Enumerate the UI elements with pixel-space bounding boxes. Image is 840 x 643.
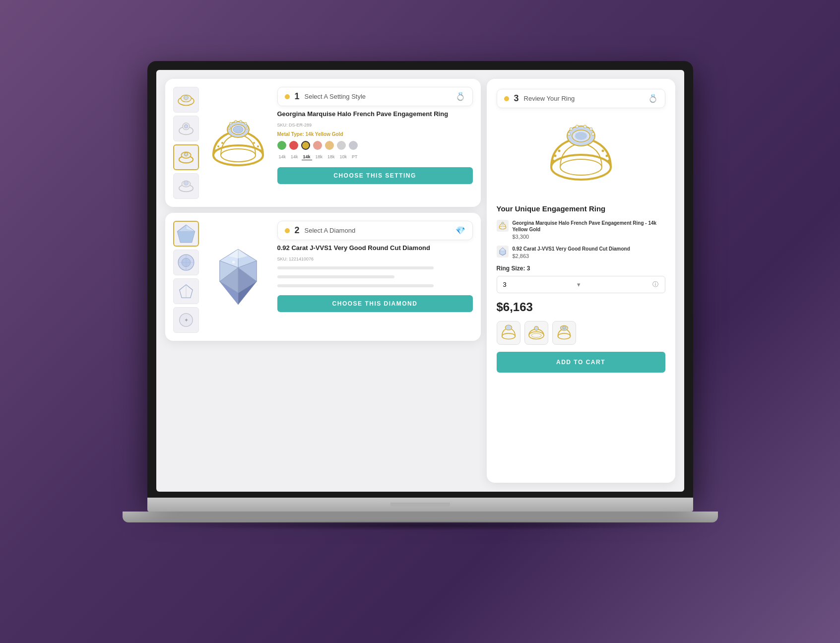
metal-opt-14k-2[interactable]: 14k — [289, 154, 300, 160]
svg-text:✦: ✦ — [184, 318, 188, 323]
setting-thumb-3[interactable] — [173, 144, 199, 170]
detail-line-2 — [277, 275, 394, 278]
swatch-green[interactable] — [277, 141, 286, 150]
review-ring-top — [541, 115, 621, 196]
svg-point-80 — [562, 326, 566, 329]
review-thumb-1[interactable] — [497, 321, 520, 345]
laptop-base — [147, 498, 693, 512]
step3-label: Review Your Ring — [524, 95, 643, 102]
setting-thumb-2[interactable] — [173, 116, 199, 141]
ring-size-info-icon[interactable]: ⓘ — [652, 280, 658, 289]
review-setting-name: Georgina Marquise Halo French Pave Engag… — [513, 220, 665, 233]
metal-options: 14k 14k 14k 18k 18k 10k PT — [277, 154, 473, 160]
ring-size-select[interactable]: 3 ▾ ⓘ — [497, 276, 665, 293]
step2-icon: 💎 — [455, 226, 465, 235]
left-panel: 1 Select A Setting Style 💍 Georgina Marq… — [165, 79, 481, 483]
screen-content: 1 Select A Setting Style 💍 Georgina Marq… — [156, 70, 684, 492]
metal-opt-14k-1[interactable]: 14k — [277, 154, 288, 160]
laptop-screen: 1 Select A Setting Style 💍 Georgina Marq… — [156, 70, 684, 492]
svg-point-57 — [607, 160, 610, 162]
diamond-thumb-1[interactable] — [173, 221, 199, 247]
svg-point-67 — [589, 128, 592, 130]
svg-point-27 — [244, 123, 247, 125]
svg-point-68 — [591, 132, 594, 135]
svg-point-78 — [558, 333, 570, 339]
diamond-card: ✦ — [165, 213, 481, 341]
add-to-cart-button[interactable]: ADD TO CART — [497, 352, 665, 373]
setting-main-image — [206, 87, 270, 199]
diamond-thumbnails: ✦ — [173, 221, 199, 333]
metal-label: Metal Type: 14k Yellow Gold — [277, 131, 473, 137]
svg-point-73 — [502, 333, 515, 339]
step3-icon: 💍 — [648, 94, 658, 103]
setting-sku: SKU: DS-ER-289 — [277, 123, 473, 128]
setting-content: 1 Select A Setting Style 💍 Georgina Marq… — [277, 87, 473, 199]
ring-size-value: 3 — [503, 281, 507, 288]
svg-point-26 — [239, 121, 242, 123]
setting-thumb-1[interactable] — [173, 87, 199, 113]
review-thumb-2[interactable] — [524, 321, 548, 345]
svg-point-16 — [221, 142, 223, 144]
diamond-thumb-4[interactable]: ✦ — [173, 307, 199, 333]
metal-opt-14k-3[interactable]: 14k — [302, 154, 312, 160]
svg-point-62 — [575, 132, 587, 140]
svg-point-23 — [228, 127, 230, 129]
diamond-sku: SKU: 1221410076 — [277, 257, 473, 261]
svg-point-70 — [501, 222, 504, 225]
step1-number: 1 — [295, 91, 300, 102]
review-panel: 3 Review Your Ring 💍 — [487, 79, 675, 483]
setting-card: 1 Select A Setting Style 💍 Georgina Marq… — [165, 79, 481, 207]
metal-opt-18k-2[interactable]: 18k — [326, 154, 336, 160]
svg-point-15 — [217, 145, 219, 147]
svg-point-53 — [560, 159, 602, 175]
step2-number: 2 — [295, 225, 300, 236]
step1-label: Select A Setting Style — [305, 93, 451, 100]
svg-point-58 — [605, 155, 608, 157]
review-diamond-price: $2,863 — [513, 253, 665, 259]
swatch-red[interactable] — [289, 141, 298, 150]
svg-marker-31 — [177, 232, 194, 243]
svg-point-51 — [232, 261, 235, 264]
step1-dot — [285, 94, 290, 99]
diamond-title: 0.92 Carat J-VVS1 Very Good Round Cut Di… — [277, 244, 473, 253]
svg-point-65 — [576, 125, 579, 128]
review-thumb-3[interactable] — [552, 321, 576, 345]
swatch-platinum[interactable] — [349, 141, 358, 150]
svg-point-19 — [253, 142, 255, 144]
metal-opt-10k[interactable]: 10k — [338, 154, 349, 160]
swatch-yellow[interactable] — [301, 141, 310, 150]
swatch-silver[interactable] — [337, 141, 346, 150]
laptop-container: 1 Select A Setting Style 💍 Georgina Marq… — [142, 61, 698, 582]
diamond-thumb-2[interactable] — [173, 250, 199, 275]
choose-diamond-button[interactable]: CHOOSE THIS DIAMOND — [277, 295, 473, 312]
review-diamond-name: 0.92 Carat J-VVS1 Very Good Round Cut Di… — [513, 246, 665, 252]
review-setting-price: $3,300 — [513, 234, 665, 240]
svg-point-8 — [184, 152, 188, 156]
total-price: $6,163 — [497, 300, 665, 314]
diamond-thumb-3[interactable] — [173, 278, 199, 304]
svg-point-18 — [257, 145, 259, 147]
step3-number: 3 — [514, 93, 519, 104]
metal-opt-18k-1[interactable]: 18k — [314, 154, 324, 160]
swatch-rose[interactable] — [313, 141, 322, 150]
swatch-champagne[interactable] — [325, 141, 334, 150]
review-ring-images — [497, 115, 665, 196]
svg-point-2 — [184, 95, 188, 100]
laptop-screen-frame: 1 Select A Setting Style 💍 Georgina Marq… — [147, 61, 693, 498]
svg-point-66 — [583, 125, 586, 128]
setting-title: Georgina Marquise Halo French Pave Engag… — [277, 110, 473, 119]
choose-setting-button[interactable]: CHOOSE THIS SETTING — [277, 167, 473, 184]
setting-thumbnails — [173, 87, 199, 199]
step2-label: Select A Diamond — [305, 227, 451, 234]
review-diamond-item: 0.92 Carat J-VVS1 Very Good Round Cut Di… — [497, 246, 665, 259]
svg-point-74 — [505, 325, 512, 330]
step2-dot — [285, 228, 290, 233]
review-diamond-text: 0.92 Carat J-VVS1 Very Good Round Cut Di… — [513, 246, 665, 259]
metal-opt-pt[interactable]: PT — [350, 154, 359, 160]
setting-thumb-4[interactable] — [173, 173, 199, 199]
review-setting-text: Georgina Marquise Halo French Pave Engag… — [513, 220, 665, 240]
svg-point-76 — [531, 333, 541, 337]
step1-header: 1 Select A Setting Style 💍 — [277, 87, 473, 106]
diamond-content: 2 Select A Diamond 💎 0.92 Carat J-VVS1 V… — [277, 221, 473, 333]
svg-point-24 — [229, 123, 232, 125]
